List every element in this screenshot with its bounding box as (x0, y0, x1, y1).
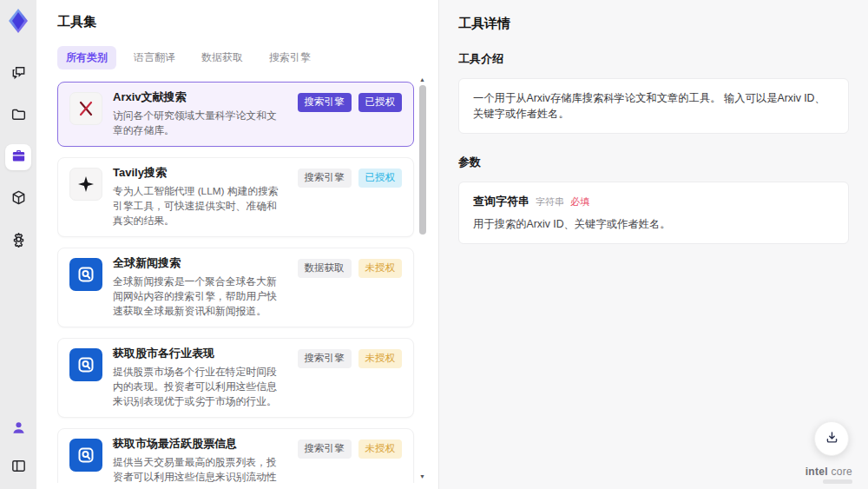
tool-description: 全球新闻搜索是一个聚合全球各大新闻网站内容的搜索引擎，帮助用户快速获取全球最新资… (113, 274, 287, 319)
list-scrollbar[interactable]: ▲ ▼ (418, 76, 426, 480)
tool-description: 提供当天交易量最高的股票列表，投资者可以利用这些信息来识别流动性强的股票和潜在的… (113, 455, 287, 483)
nav-user-account[interactable] (5, 416, 31, 442)
tab-search-engine[interactable]: 搜索引擎 (260, 46, 319, 69)
blue-magnifier-icon (69, 348, 102, 381)
scroll-down-icon[interactable]: ▼ (419, 473, 425, 480)
sparkle-star-icon (69, 168, 102, 201)
param-type: 字符串 (536, 195, 564, 208)
tab-data-fetch[interactable]: 数据获取 (193, 46, 252, 69)
arxiv-chi-icon (69, 92, 102, 125)
tool-card-global-news[interactable]: 全球新闻搜索 全球新闻搜索是一个聚合全球各大新闻网站内容的搜索引擎，帮助用户快速… (57, 248, 414, 327)
tab-language-translation[interactable]: 语言翻译 (125, 46, 184, 69)
intro-text: 一个用于从Arxiv存储库搜索科学论文和文章的工具。 输入可以是Arxiv ID… (473, 90, 834, 122)
scrollbar-track[interactable] (419, 83, 426, 473)
category-badge: 数据获取 (298, 259, 352, 278)
briefcase-icon (10, 148, 27, 167)
param-name: 查询字符串 (473, 194, 529, 209)
chat-icon (10, 64, 27, 83)
user-icon (10, 420, 27, 439)
panel-layout-icon (10, 458, 27, 477)
download-button[interactable] (814, 421, 849, 456)
tool-card-arxiv[interactable]: Arxiv文献搜索 访问各个研究领域大量科学论文和文章的存储库。 搜索引擎 已授… (57, 82, 414, 147)
details-title: 工具详情 (458, 16, 849, 32)
cube-icon (10, 189, 27, 208)
scroll-up-icon[interactable]: ▲ (419, 76, 425, 83)
status-badge: 未授权 (358, 259, 403, 278)
tool-card-tavily[interactable]: Tavily搜索 专为人工智能代理 (LLM) 构建的搜索引擎工具，可快速提供实… (57, 157, 414, 237)
category-badge: 搜索引擎 (298, 439, 352, 459)
download-icon (825, 430, 839, 447)
tool-description: 提供股票市场各个行业在特定时间段内的表现。投资者可以利用这些信息来识别表现优于或… (113, 365, 287, 409)
status-badge: 未授权 (358, 349, 403, 368)
tool-list-column: 工具集 所有类别 语言翻译 数据获取 搜索引擎 Arxiv文献搜索 访问各个研究… (36, 0, 438, 489)
tool-description: 访问各个研究领域大量科学论文和文章的存储库。 (113, 109, 287, 138)
status-badge: 已授权 (358, 169, 403, 188)
nav-files[interactable] (5, 102, 31, 129)
nav-chat[interactable] (5, 61, 31, 87)
tool-name: 获取股市各行业表现 (113, 347, 287, 360)
param-required-badge: 必填 (570, 195, 589, 208)
intel-badge-subline (823, 479, 852, 484)
blue-magnifier-icon (69, 258, 102, 291)
category-badge: 搜索引擎 (298, 349, 352, 368)
collapse-sidebar-button[interactable] (5, 454, 31, 480)
param-description: 用于搜索的Arxiv ID、关键字或作者姓名。 (473, 217, 834, 232)
tab-all-categories[interactable]: 所有类别 (57, 46, 116, 69)
category-badge: 搜索引擎 (298, 93, 352, 112)
tool-name: 全球新闻搜索 (113, 256, 287, 270)
page-title: 工具集 (57, 14, 416, 30)
left-rail (0, 0, 36, 489)
nav-settings[interactable] (5, 228, 31, 254)
intro-heading: 工具介绍 (458, 51, 849, 67)
nav-tools[interactable] (5, 144, 31, 170)
tool-description: 专为人工智能代理 (LLM) 构建的搜索引擎工具，可快速提供实时、准确和真实的结… (113, 184, 287, 228)
category-tabs: 所有类别 语言翻译 数据获取 搜索引擎 (57, 46, 416, 69)
tool-name: Arxiv文献搜索 (113, 90, 287, 104)
params-heading: 参数 (458, 155, 849, 170)
intel-core-badge: intel core (806, 466, 852, 484)
intel-core-text: intel core (806, 466, 852, 478)
tool-card-sector-performance[interactable]: 获取股市各行业表现 提供股票市场各个行业在特定时间段内的表现。投资者可以利用这些… (57, 338, 414, 418)
nav-models[interactable] (5, 186, 31, 212)
category-badge: 搜索引擎 (298, 169, 352, 188)
gear-icon (10, 231, 27, 250)
param-box: 查询字符串 字符串 必填 用于搜索的Arxiv ID、关键字或作者姓名。 (458, 182, 849, 244)
status-badge: 已授权 (358, 93, 403, 112)
blue-magnifier-icon (69, 439, 102, 472)
intro-box: 一个用于从Arxiv存储库搜索科学论文和文章的工具。 输入可以是Arxiv ID… (458, 78, 849, 134)
tool-name: 获取市场最活跃股票信息 (113, 437, 287, 451)
status-badge: 未授权 (358, 439, 403, 459)
scrollbar-thumb[interactable] (419, 85, 426, 235)
app-logo-gem-icon (5, 7, 31, 35)
tool-name: Tavily搜索 (113, 166, 287, 180)
tool-card-list: Arxiv文献搜索 访问各个研究领域大量科学论文和文章的存储库。 搜索引擎 已授… (57, 82, 416, 483)
tool-card-active-stocks[interactable]: 获取市场最活跃股票信息 提供当天交易量最高的股票列表，投资者可以利用这些信息来识… (57, 428, 414, 483)
tool-details-panel: 工具详情 工具介绍 一个用于从Arxiv存储库搜索科学论文和文章的工具。 输入可… (438, 0, 868, 489)
folder-icon (10, 106, 27, 125)
